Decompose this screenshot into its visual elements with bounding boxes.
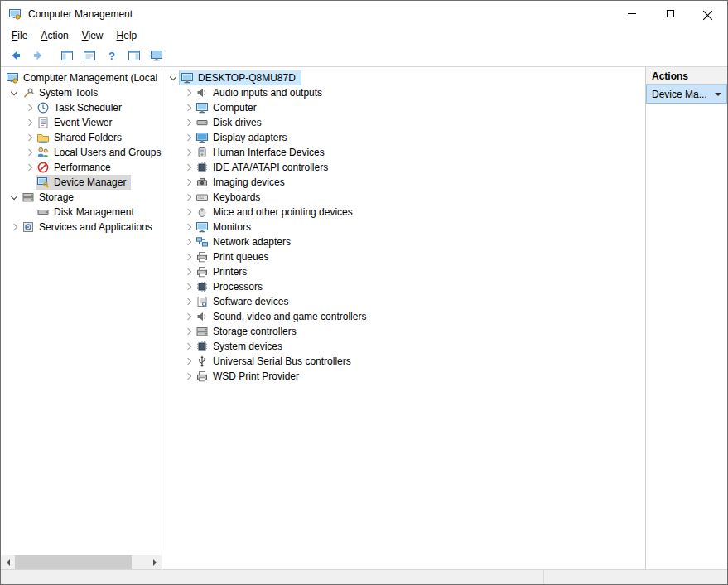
- minimize-button[interactable]: [613, 1, 651, 27]
- item-label: Performance: [54, 162, 113, 173]
- tree-item-selection: Task Scheduler: [36, 100, 127, 115]
- device-tree-item[interactable]: Monitors: [162, 220, 645, 234]
- properties-button[interactable]: [78, 46, 100, 65]
- scroll-right-button[interactable]: [147, 555, 162, 569]
- chevron-icon[interactable]: [7, 190, 21, 205]
- device-tree-item[interactable]: Mice and other pointing devices: [162, 205, 645, 220]
- device-tree-item[interactable]: WSD Print Provider: [162, 369, 645, 384]
- chevron-icon[interactable]: [181, 220, 195, 234]
- device-item-selection: IDE ATA/ATAPI controllers: [195, 160, 333, 175]
- tree-item[interactable]: Computer Management (Local: [1, 70, 162, 85]
- device-tree-item[interactable]: IDE ATA/ATAPI controllers: [162, 160, 645, 175]
- tree-item[interactable]: Storage: [1, 190, 162, 205]
- item-label: System Tools: [39, 87, 99, 99]
- chevron-icon[interactable]: [181, 309, 195, 324]
- device-tree: DESKTOP-Q8MU87D Audio inputs and outputs: [162, 70, 645, 384]
- device-tree-item[interactable]: Display adapters: [162, 130, 645, 145]
- tree-item[interactable]: System Tools: [1, 85, 162, 100]
- chevron-icon[interactable]: [181, 249, 195, 264]
- device-icon: [195, 205, 209, 219]
- item-icon: [22, 191, 35, 204]
- chevron-icon[interactable]: [181, 264, 195, 279]
- device-item-selection: Software devices: [195, 294, 293, 309]
- chevron-icon[interactable]: [22, 175, 36, 190]
- device-tree-item[interactable]: Keyboards: [162, 190, 645, 205]
- menu-item[interactable]: View: [75, 28, 110, 43]
- device-item-selection: Printers: [195, 264, 252, 279]
- chevron-icon[interactable]: [181, 115, 195, 130]
- chevron-icon[interactable]: [181, 85, 195, 100]
- maximize-button[interactable]: [651, 1, 689, 27]
- chevron-icon[interactable]: [181, 130, 195, 145]
- device-tree-pane: DESKTOP-Q8MU87D Audio inputs and outputs: [162, 67, 645, 569]
- device-manager-actions-button[interactable]: Device Ma...: [646, 85, 727, 104]
- chevron-icon[interactable]: [166, 70, 180, 85]
- tree-item[interactable]: Services and Applications: [1, 220, 162, 234]
- device-label: Disk drives: [213, 117, 263, 128]
- scroll-right-arrow-icon: [153, 559, 160, 566]
- title-bar: Computer Management: [1, 1, 727, 27]
- tree-item[interactable]: Local Users and Groups: [1, 145, 162, 160]
- chevron-icon[interactable]: [181, 354, 195, 369]
- scrollbar-thumb[interactable]: [15, 555, 132, 569]
- chevron-icon[interactable]: [22, 100, 36, 115]
- chevron-icon[interactable]: [181, 279, 195, 294]
- device-tree-item[interactable]: Sound, video and game controllers: [162, 309, 645, 324]
- show-action-pane-button[interactable]: [123, 46, 145, 65]
- toolbar-icon: [150, 49, 163, 62]
- tree-item[interactable]: Event Viewer: [1, 115, 162, 130]
- close-button[interactable]: [689, 1, 727, 27]
- scrollbar-track[interactable]: [15, 555, 147, 569]
- chevron-icon[interactable]: [22, 205, 36, 220]
- chevron-icon[interactable]: [181, 190, 195, 205]
- chevron-icon[interactable]: [7, 85, 21, 100]
- tree-item[interactable]: Task Scheduler: [1, 100, 162, 115]
- device-tree-item[interactable]: DESKTOP-Q8MU87D: [162, 70, 645, 85]
- tree-item[interactable]: Device Manager: [1, 175, 162, 190]
- menu-item[interactable]: File: [5, 28, 34, 43]
- chevron-icon[interactable]: [181, 205, 195, 220]
- chevron-icon[interactable]: [22, 130, 36, 145]
- menu-item[interactable]: Help: [110, 28, 144, 43]
- chevron-icon[interactable]: [181, 369, 195, 384]
- console-window-button[interactable]: [145, 46, 167, 65]
- chevron-icon[interactable]: [22, 145, 36, 160]
- toolbar-icon: [105, 49, 118, 62]
- device-tree-item[interactable]: Human Interface Devices: [162, 145, 645, 160]
- chevron-icon[interactable]: [22, 115, 36, 130]
- chevron-icon[interactable]: [181, 339, 195, 354]
- device-tree-item[interactable]: Imaging devices: [162, 175, 645, 190]
- device-tree-item[interactable]: Universal Serial Bus controllers: [162, 354, 645, 369]
- chevron-icon[interactable]: [181, 160, 195, 175]
- device-tree-item[interactable]: Software devices: [162, 294, 645, 309]
- chevron-icon[interactable]: [181, 234, 195, 249]
- device-tree-item[interactable]: Storage controllers: [162, 324, 645, 339]
- device-tree-item[interactable]: Processors: [162, 279, 645, 294]
- chevron-icon[interactable]: [181, 175, 195, 190]
- back-button[interactable]: [4, 46, 27, 65]
- scroll-left-button[interactable]: [1, 555, 15, 569]
- show-console-tree-button[interactable]: [55, 46, 78, 65]
- device-tree-item[interactable]: Disk drives: [162, 115, 645, 130]
- device-tree-item[interactable]: Network adapters: [162, 234, 645, 249]
- horizontal-scrollbar[interactable]: [1, 555, 162, 569]
- device-tree-item[interactable]: Computer: [162, 100, 645, 115]
- tree-item[interactable]: Disk Management: [1, 205, 162, 220]
- device-label: Monitors: [213, 221, 253, 233]
- chevron-icon[interactable]: [181, 145, 195, 160]
- tree-item[interactable]: Performance: [1, 160, 162, 175]
- chevron-icon[interactable]: [181, 100, 195, 115]
- chevron-icon[interactable]: [7, 220, 21, 234]
- device-tree-item[interactable]: Printers: [162, 264, 645, 279]
- chevron-icon[interactable]: [22, 160, 36, 175]
- device-tree-item[interactable]: Audio inputs and outputs: [162, 85, 645, 100]
- device-label: Storage controllers: [213, 326, 298, 337]
- menu-item[interactable]: Action: [34, 28, 75, 43]
- help-button[interactable]: [100, 46, 123, 65]
- device-tree-item[interactable]: System devices: [162, 339, 645, 354]
- chevron-icon[interactable]: [181, 294, 195, 309]
- forward-button[interactable]: [27, 46, 49, 65]
- chevron-icon[interactable]: [181, 324, 195, 339]
- tree-item[interactable]: Shared Folders: [1, 130, 162, 145]
- device-tree-item[interactable]: Print queues: [162, 249, 645, 264]
